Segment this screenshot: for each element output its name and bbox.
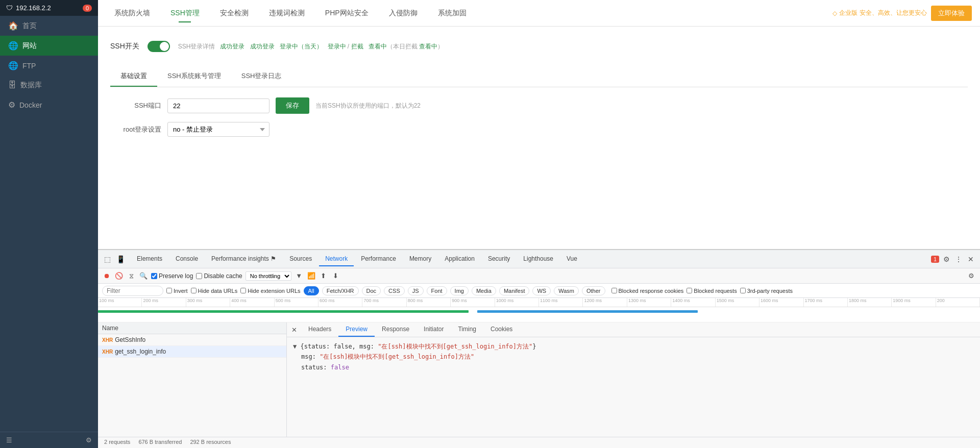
filter-ws[interactable]: WS [532,286,551,295]
disable-cache-label[interactable]: Disable cache [196,272,242,280]
filter-input[interactable] [102,286,163,296]
hide-data-checkbox[interactable] [191,288,197,293]
preserve-log-label[interactable]: Preserve log [151,272,193,280]
menu-icon[interactable]: ☰ [6,436,12,444]
devtools-tab-application[interactable]: Application [438,252,481,266]
devtools-more-icon[interactable]: ⋮ [953,254,964,264]
throttle-select[interactable]: No throttling [246,271,291,281]
root-login-select[interactable]: no - 禁止登录 [167,122,270,137]
tab-account-management[interactable]: SSH系统账号管理 [157,66,231,87]
nav-item-intrusion[interactable]: 入侵防御 [381,5,426,22]
filter-css[interactable]: CSS [384,286,405,295]
download-icon[interactable]: ⬇ [331,271,340,281]
filter-js[interactable]: JS [408,286,424,295]
hide-extension-label[interactable]: Hide extension URLs [240,288,300,294]
tab-login-log[interactable]: SSH登录日志 [231,66,292,87]
json-collapse-arrow[interactable]: ▼ [293,343,297,350]
upload-icon[interactable]: ⬆ [319,271,328,281]
third-party-label[interactable]: 3rd-party requests [740,288,793,294]
filter-wasm[interactable]: Wasm [554,286,579,295]
devtools-tab-elements[interactable]: Elements [131,252,168,266]
preview-tab-preview[interactable]: Preview [338,322,375,337]
devtools-tab-performance[interactable]: Performance [355,252,402,266]
filter-other[interactable]: Other [582,286,605,295]
hide-data-label[interactable]: Hide data URLs [191,288,238,294]
filter-media[interactable]: Media [472,286,496,295]
devtools-tab-console[interactable]: Console [169,252,204,266]
invert-label[interactable]: Invert [166,288,188,294]
devtools-close-icon[interactable]: ✕ [966,254,976,264]
network-row-get-ssh-login-info[interactable]: XHR get_ssh_login_info [98,346,286,358]
device-icon[interactable]: 📱 [115,254,126,264]
devtools-tab-sources[interactable]: Sources [283,252,318,266]
tick-1000: 1000 ms [495,298,539,307]
tick-1300: 1300 ms [627,298,671,307]
tick-800: 800 ms [407,298,451,307]
tick-300: 300 ms [186,298,230,307]
ssh-port-input[interactable] [167,98,270,113]
database-icon: 🗄 [8,81,16,90]
devtools-tab-security[interactable]: Security [482,252,516,266]
filter-manifest[interactable]: Manifest [499,286,530,295]
devtools-tab-lighthouse[interactable]: Lighthouse [517,252,559,266]
trial-button[interactable]: 立即体验 [931,6,972,21]
sidebar-item-ftp[interactable]: 🌐 FTP [0,56,98,76]
hide-extension-checkbox[interactable] [240,288,246,293]
filter-font[interactable]: Font [427,286,447,295]
nav-item-firewall[interactable]: 系统防火墙 [106,5,158,22]
record-btn[interactable]: ⏺ [102,271,111,281]
third-party-checkbox[interactable] [740,288,746,293]
ssh-toggle-switch[interactable] [148,41,170,52]
filter-doc[interactable]: Doc [362,286,381,295]
blocked-cookies-label[interactable]: Blocked response cookies [611,288,684,294]
devtools-tab-memory[interactable]: Memory [403,252,437,266]
tick-1800: 1800 ms [848,298,892,307]
filter-bar: Invert Hide data URLs Hide extension URL… [98,284,980,298]
devtools-tab-performance-insights[interactable]: Performance insights ⚑ [205,252,282,266]
nav-item-words[interactable]: 违规词检测 [261,5,313,22]
filter-all[interactable]: All [304,286,319,295]
disable-cache-checkbox[interactable] [196,273,202,279]
settings-icon[interactable]: ⚙ [86,436,92,444]
network-row-get-ssh-info[interactable]: XHR GetSshInfo [98,334,286,346]
devtools-settings-icon[interactable]: ⚙ [941,254,951,264]
timeline-green-bar [98,310,469,313]
search-btn[interactable]: 🔍 [139,271,148,281]
network-settings-icon[interactable]: ⚙ [967,271,976,281]
preserve-log-checkbox[interactable] [151,273,157,279]
preview-close-btn[interactable]: ✕ [289,325,299,335]
devtools-tab-network[interactable]: Network [319,252,354,266]
blocked-cookies-checkbox[interactable] [611,288,617,293]
filter-fetch-xhr[interactable]: Fetch/XHR [322,286,359,295]
sidebar-item-database[interactable]: 🗄 数据库 [0,76,98,95]
tab-basic-settings[interactable]: 基础设置 [110,66,157,87]
sidebar-item-website[interactable]: 🌐 网站 [0,36,98,56]
preview-tab-cookies[interactable]: Cookies [483,322,520,337]
nav-item-ssh[interactable]: SSH管理 [162,5,208,22]
inspect-icon[interactable]: ⬚ [102,254,112,264]
preview-tab-response[interactable]: Response [375,322,416,337]
nav-item-hardening[interactable]: 系统加固 [430,5,475,22]
save-button[interactable]: 保存 [276,97,309,114]
tick-1500: 1500 ms [716,298,760,307]
devtools-tab-vue[interactable]: Vue [560,252,583,266]
tick-1600: 1600 ms [760,298,803,307]
preview-tab-initiator[interactable]: Initiator [416,322,451,337]
throttle-arrow[interactable]: ▼ [295,271,304,281]
preview-tab-headers[interactable]: Headers [301,322,338,337]
blocked-requests-label[interactable]: Blocked requests [687,288,737,294]
network-row-name-1: GetSshInfo [115,336,282,343]
hide-data-text: Hide data URLs [198,288,238,294]
nav-item-security[interactable]: 安全检测 [212,5,257,22]
globe-icon: 🌐 [8,41,18,51]
clear-btn[interactable]: 🚫 [114,271,124,281]
nav-item-php[interactable]: PHP网站安全 [317,5,377,22]
blocked-requests-checkbox[interactable] [687,288,692,293]
invert-checkbox[interactable] [166,288,172,293]
preview-tab-timing[interactable]: Timing [451,322,483,337]
sidebar-item-home[interactable]: 🏠 首页 [0,16,98,36]
filter-img[interactable]: Img [450,286,469,295]
filter-toggle-btn[interactable]: ⧖ [127,271,136,281]
sidebar-item-docker[interactable]: ⚙ Docker [0,95,98,115]
wifi-icon[interactable]: 📶 [307,271,316,281]
